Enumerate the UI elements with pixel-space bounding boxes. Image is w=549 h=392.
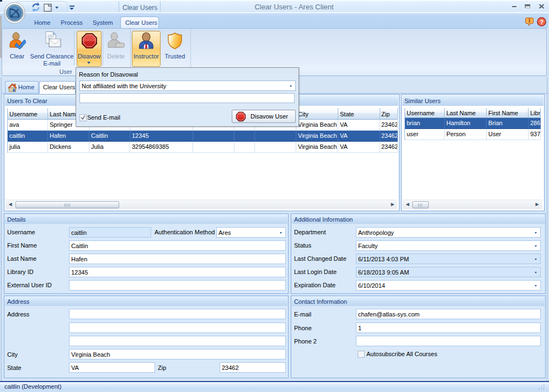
svg-text:?: ? — [540, 19, 543, 25]
